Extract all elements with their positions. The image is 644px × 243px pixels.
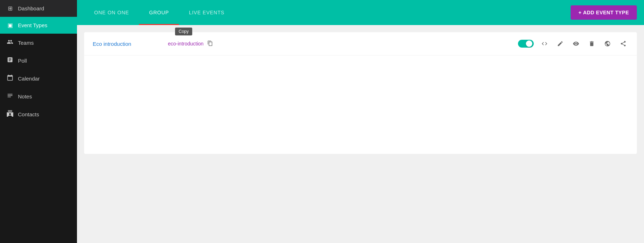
sidebar-item-label: Teams <box>18 40 34 46</box>
sidebar-item-dashboard[interactable]: ⊞ Dashboard <box>0 0 77 17</box>
table-row: Eco introduction eco-introduction Copy <box>84 32 637 55</box>
notes-icon <box>6 92 14 100</box>
tab-one-on-one[interactable]: ONE ON ONE <box>84 0 139 25</box>
globe-icon[interactable] <box>602 39 612 49</box>
sidebar-item-calendar[interactable]: Calendar <box>0 69 77 87</box>
sidebar-item-contacts[interactable]: Contacts <box>0 105 77 123</box>
tab-live-events[interactable]: LIVE EVENTS <box>179 0 234 25</box>
content-area: Eco introduction eco-introduction Copy <box>77 25 644 243</box>
contacts-icon <box>6 110 14 118</box>
poll-icon <box>6 57 14 64</box>
sidebar-item-label: Event Types <box>18 22 47 28</box>
dashboard-icon: ⊞ <box>6 5 14 12</box>
teams-icon <box>6 39 14 47</box>
add-event-type-button[interactable]: + ADD EVENT TYPE <box>571 5 637 20</box>
share-icon[interactable] <box>618 39 628 49</box>
preview-icon[interactable] <box>571 39 581 49</box>
event-slug: eco-introduction <box>168 41 204 47</box>
copy-tooltip: Copy <box>175 28 192 35</box>
sidebar-item-label: Calendar <box>18 76 40 82</box>
toggle-track <box>518 40 534 48</box>
sidebar-item-label: Dashboard <box>18 5 44 11</box>
event-list-card: Eco introduction eco-introduction Copy <box>84 32 637 154</box>
sidebar-item-label: Notes <box>18 93 32 99</box>
enabled-toggle[interactable] <box>518 40 534 48</box>
copy-icon[interactable] <box>206 39 214 49</box>
edit-icon[interactable] <box>555 39 565 49</box>
main-content: ONE ON ONE GROUP LIVE EVENTS + ADD EVENT… <box>77 0 644 243</box>
tab-bar: ONE ON ONE GROUP LIVE EVENTS + ADD EVENT… <box>77 0 644 25</box>
sidebar-item-teams[interactable]: Teams <box>0 34 77 52</box>
sidebar-item-label: Contacts <box>18 111 39 117</box>
tabs-container: ONE ON ONE GROUP LIVE EVENTS <box>84 0 571 25</box>
embed-code-icon[interactable] <box>539 39 549 49</box>
sidebar-item-notes[interactable]: Notes <box>0 87 77 105</box>
sidebar: ⊞ Dashboard ▣ Event Types Teams Poll Cal… <box>0 0 77 243</box>
event-name[interactable]: Eco introduction <box>93 41 164 47</box>
sidebar-item-event-types[interactable]: ▣ Event Types <box>0 17 77 34</box>
delete-icon[interactable] <box>587 39 597 49</box>
toggle-knob <box>526 40 532 47</box>
event-actions <box>518 39 628 49</box>
event-types-icon: ▣ <box>6 22 14 29</box>
tab-group[interactable]: GROUP <box>139 0 179 25</box>
sidebar-item-poll[interactable]: Poll <box>0 52 77 69</box>
sidebar-item-label: Poll <box>18 58 27 64</box>
calendar-icon <box>6 74 14 82</box>
event-slug-wrapper: eco-introduction Copy <box>168 39 214 49</box>
